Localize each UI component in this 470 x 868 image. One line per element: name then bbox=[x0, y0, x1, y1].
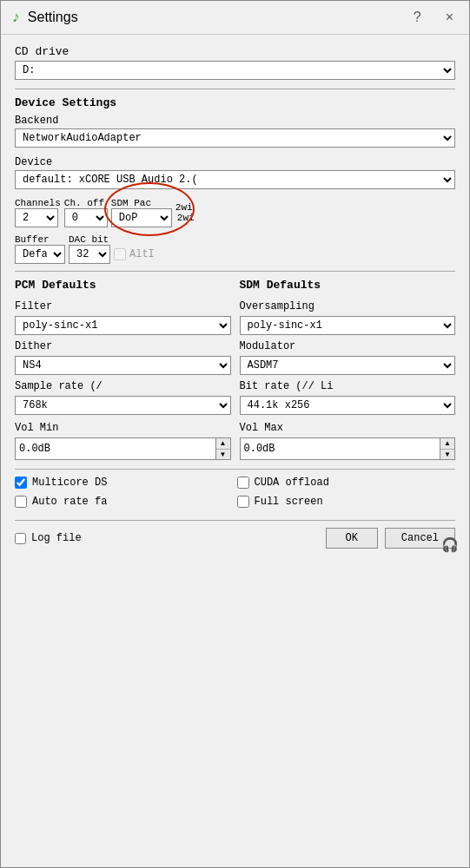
dac-bits-label: DAC bit bbox=[69, 234, 110, 245]
title-bar: ♪ Settings ? × bbox=[1, 1, 469, 35]
cuda-offload-label: CUDA offload bbox=[255, 477, 329, 489]
dac-bits-select[interactable]: 32 24 16 bbox=[69, 245, 110, 264]
sdm-oversampling-label: Oversampling bbox=[240, 300, 456, 312]
log-file-checkbox[interactable] bbox=[15, 533, 26, 544]
full-screen-label: Full screen bbox=[255, 496, 323, 508]
buffer-group: Buffer Defau bbox=[15, 234, 65, 264]
help-button[interactable]: ? bbox=[408, 8, 427, 27]
close-button[interactable]: × bbox=[440, 8, 459, 27]
vol-min-up[interactable]: ▲ bbox=[216, 438, 230, 450]
checkboxes-section: Multicore DS CUDA offload Auto rate fa F… bbox=[15, 477, 455, 511]
vol-max-input-wrap: ▲ ▼ bbox=[240, 437, 456, 460]
sdm-modulator-group: Modulator ASDM7 ASDM5 bbox=[240, 340, 456, 375]
cd-drive-row: D: bbox=[15, 61, 455, 80]
pcm-defaults: PCM Defaults Filter poly-sinc-x1 Dither … bbox=[15, 279, 231, 415]
channels-group: Channels 2 bbox=[15, 198, 61, 227]
alt-label: AltI bbox=[129, 248, 155, 260]
pcm-dither-label: Dither bbox=[15, 340, 231, 352]
vol-min-down[interactable]: ▼ bbox=[216, 450, 230, 460]
twi-value: 2wi bbox=[175, 213, 195, 223]
sdm-modulator-select[interactable]: ASDM7 ASDM5 bbox=[240, 356, 456, 375]
auto-rate-checkbox[interactable] bbox=[15, 496, 27, 508]
dac-bits-group: DAC bit 32 24 16 bbox=[69, 234, 110, 264]
auto-rate-row: Auto rate fa bbox=[15, 496, 234, 508]
sdm-packet-select[interactable]: DoP Native bbox=[111, 208, 172, 227]
vol-max-group: Vol Max ▲ ▼ bbox=[240, 422, 456, 460]
vol-row: Vol Min ▲ ▼ Vol Max ▲ ▼ bbox=[15, 422, 455, 460]
settings-content: CD drive D: Device Settings Backend Netw… bbox=[1, 35, 469, 867]
bottom-row: Log file OK Cancel 🎧 bbox=[15, 528, 455, 557]
vol-min-input[interactable] bbox=[16, 441, 215, 457]
ok-cancel-row: OK Cancel 🎧 bbox=[326, 528, 455, 549]
twi-group: 2wi 2wi bbox=[175, 202, 195, 223]
buffer-label: Buffer bbox=[15, 234, 65, 245]
cancel-btn-wrap: Cancel 🎧 bbox=[385, 528, 455, 549]
sdm-bitrate-label: Bit rate (// Li bbox=[240, 380, 456, 392]
pcm-samplerate-group: Sample rate (/ 768k 384k 192k bbox=[15, 380, 231, 415]
ok-button[interactable]: OK bbox=[326, 528, 378, 549]
full-screen-row: Full screen bbox=[237, 496, 456, 508]
device-row: default: xCORE USB Audio 2.( bbox=[15, 170, 455, 189]
cuda-offload-row: CUDA offload bbox=[237, 477, 456, 489]
settings-window: ♪ Settings ? × CD drive D: Device Settin… bbox=[0, 0, 470, 868]
pcm-samplerate-label: Sample rate (/ bbox=[15, 380, 231, 392]
log-file-label: Log file bbox=[31, 532, 82, 544]
vol-max-input[interactable] bbox=[241, 441, 440, 457]
channels-select[interactable]: 2 bbox=[15, 208, 58, 227]
twi-label: 2wi bbox=[175, 202, 195, 213]
vol-max-down[interactable]: ▼ bbox=[440, 450, 454, 460]
full-screen-checkbox[interactable] bbox=[237, 496, 249, 508]
pcm-filter-group: Filter poly-sinc-x1 bbox=[15, 300, 231, 335]
alt-spacer bbox=[114, 238, 155, 248]
device-select[interactable]: default: xCORE USB Audio 2.( bbox=[15, 170, 455, 189]
log-file-row: Log file bbox=[15, 532, 82, 544]
pcm-filter-label: Filter bbox=[15, 300, 231, 312]
sdm-modulator-label: Modulator bbox=[240, 340, 456, 352]
channels-label: Channels bbox=[15, 198, 61, 208]
vol-max-spinner: ▲ ▼ bbox=[440, 438, 454, 459]
cd-drive-select[interactable]: D: bbox=[15, 61, 455, 80]
ch-offset-label: Ch. off bbox=[64, 198, 108, 208]
sdm-oversampling-group: Oversampling poly-sinc-x1 bbox=[240, 300, 456, 335]
vol-min-input-wrap: ▲ ▼ bbox=[15, 437, 231, 460]
buffer-select[interactable]: Defau bbox=[15, 245, 65, 264]
pcm-defaults-header: PCM Defaults bbox=[15, 279, 231, 292]
title-bar-right: ? × bbox=[408, 8, 459, 27]
vol-min-group: Vol Min ▲ ▼ bbox=[15, 422, 231, 460]
pcm-dither-select[interactable]: NS4 NS3 TPDF None bbox=[15, 356, 231, 375]
cd-drive-label: CD drive bbox=[15, 45, 455, 58]
vol-min-label: Vol Min bbox=[15, 422, 231, 434]
cancel-button[interactable]: Cancel bbox=[385, 528, 455, 549]
channels-row: Channels 2 Ch. off 0 SDM Pac DoP Native bbox=[15, 198, 455, 227]
sdm-oversampling-select[interactable]: poly-sinc-x1 bbox=[240, 316, 456, 335]
sdm-defaults: SDM Defaults Oversampling poly-sinc-x1 M… bbox=[240, 279, 456, 415]
backend-label: Backend bbox=[15, 115, 455, 127]
device-label: Device bbox=[15, 156, 455, 168]
alt-checkbox[interactable] bbox=[114, 248, 126, 260]
multicore-ds-row: Multicore DS bbox=[15, 477, 234, 489]
alt-group: AltI bbox=[114, 238, 155, 260]
cuda-offload-checkbox[interactable] bbox=[237, 477, 249, 489]
ch-offset-select[interactable]: 0 bbox=[64, 208, 108, 227]
title-bar-left: ♪ Settings bbox=[11, 9, 78, 26]
sdm-bitrate-select[interactable]: 44.1k x256 44.1k x512 bbox=[240, 396, 456, 415]
defaults-section: PCM Defaults Filter poly-sinc-x1 Dither … bbox=[15, 279, 455, 415]
pcm-dither-group: Dither NS4 NS3 TPDF None bbox=[15, 340, 231, 375]
sdm-packet-group: SDM Pac DoP Native bbox=[111, 198, 172, 227]
backend-select[interactable]: NetworkAudioAdapter bbox=[15, 128, 455, 148]
sdm-bitrate-group: Bit rate (// Li 44.1k x256 44.1k x512 bbox=[240, 380, 456, 415]
device-settings-header: Device Settings bbox=[15, 96, 455, 109]
multicore-ds-checkbox[interactable] bbox=[15, 477, 27, 489]
sdm-packet-label: SDM Pac bbox=[111, 198, 172, 208]
vol-max-up[interactable]: ▲ bbox=[440, 438, 454, 450]
pcm-samplerate-select[interactable]: 768k 384k 192k bbox=[15, 396, 231, 415]
vol-max-label: Vol Max bbox=[240, 422, 456, 434]
vol-min-spinner: ▲ ▼ bbox=[215, 438, 230, 459]
backend-row: NetworkAudioAdapter bbox=[15, 128, 455, 148]
sdm-defaults-header: SDM Defaults bbox=[240, 279, 456, 292]
pcm-filter-select[interactable]: poly-sinc-x1 bbox=[15, 316, 231, 335]
multicore-ds-label: Multicore DS bbox=[32, 477, 107, 489]
window-title: Settings bbox=[28, 10, 78, 25]
auto-rate-label: Auto rate fa bbox=[32, 496, 107, 508]
app-icon: ♪ bbox=[11, 9, 21, 26]
